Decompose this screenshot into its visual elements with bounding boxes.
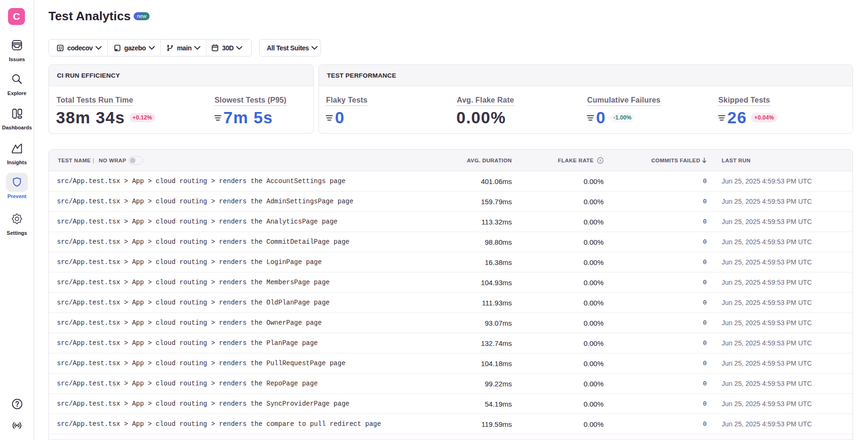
svg-text:?: ?	[599, 158, 601, 162]
